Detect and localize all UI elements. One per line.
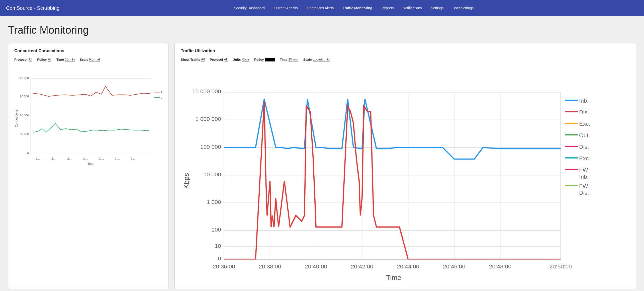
svg-text:20:42:00: 20:42:00 xyxy=(351,263,373,270)
svg-text:10 000: 10 000 xyxy=(204,171,221,178)
svg-text:Dis.: Dis. xyxy=(579,189,589,196)
protocol-value[interactable]: All xyxy=(29,57,32,62)
nav-links: Security Dashboard Current Attacks Opera… xyxy=(69,6,638,10)
svg-text:Inb.: Inb. xyxy=(579,173,589,180)
tu-protocol-label: Protocol xyxy=(210,58,223,61)
policy-label: Policy xyxy=(37,58,47,61)
svg-text:0: 0 xyxy=(27,152,29,155)
svg-text:10 000 000: 10 000 000 xyxy=(192,88,221,95)
concurrent-connections-chart-area: .axis-text { font-size: 11px; fill: #666… xyxy=(14,66,162,166)
tu-scale-label: Scale xyxy=(303,58,312,61)
svg-text:20:44:00: 20:44:00 xyxy=(397,263,419,270)
nav-notifications[interactable]: Notifications xyxy=(398,6,426,10)
svg-text:1 000 000: 1 000 000 xyxy=(196,116,221,122)
tu-scale-value[interactable]: Logarithmic xyxy=(313,57,330,62)
svg-text:Exc.: Exc. xyxy=(579,120,590,127)
svg-text:Out.: Out. xyxy=(579,132,590,138)
tu-time-value[interactable]: 15 min xyxy=(288,57,298,62)
traffic-utilization-title: Traffic Utilization xyxy=(181,48,630,53)
traffic-utilization-chart-area: .tu-text { font-size: 10px; fill: #666; … xyxy=(181,66,630,285)
nav-security-dashboard[interactable]: Security Dashboard xyxy=(229,6,269,10)
concurrent-connections-filters: Protocol All Policy All Time 15 min Scal… xyxy=(14,57,162,62)
traffic-utilization-filters: Show Traffic All Protocol All Units Kbps… xyxy=(181,57,630,62)
svg-text:20:50:00: 20:50:00 xyxy=(549,263,572,270)
charts-row: Concurrent Connections Protocol All Poli… xyxy=(8,43,636,289)
svg-text:20:36:00: 20:36:00 xyxy=(213,263,235,270)
traffic-utilization-card: Traffic Utilization Show Traffic All Pro… xyxy=(174,43,636,289)
nav-traffic-monitoring[interactable]: Traffic Monitoring xyxy=(338,6,377,10)
nav-operations-alerts[interactable]: Operations Alerts xyxy=(302,6,338,10)
svg-text:Time: Time xyxy=(386,274,401,281)
nav-current-attacks[interactable]: Current Attacks xyxy=(269,6,302,10)
nav-user-settings[interactable]: User Settings xyxy=(448,6,478,10)
svg-text:10: 10 xyxy=(215,243,221,249)
tu-protocol-value[interactable]: All xyxy=(224,57,227,62)
page-content: Traffic Monitoring Concurrent Connection… xyxy=(0,16,644,291)
svg-text:100: 100 xyxy=(211,226,221,233)
svg-text:Inb.: Inb. xyxy=(579,97,589,104)
svg-text:TCP: TCP xyxy=(161,91,162,94)
nav-settings[interactable]: Settings xyxy=(426,6,448,10)
svg-text:FW: FW xyxy=(579,183,588,189)
show-traffic-value[interactable]: All xyxy=(201,57,205,62)
svg-text:UDP: UDP xyxy=(161,96,162,99)
svg-text:Exc.: Exc. xyxy=(579,155,590,162)
traffic-utilization-svg: .tu-text { font-size: 10px; fill: #666; … xyxy=(181,66,630,285)
time-label: Time xyxy=(56,58,64,61)
tu-policy-label: Policy xyxy=(254,58,264,61)
scale-label: Scale xyxy=(80,58,88,61)
concurrent-connections-card: Concurrent Connections Protocol All Poli… xyxy=(8,43,168,289)
svg-text:30 000: 30 000 xyxy=(20,132,29,135)
svg-text:2:...: 2:... xyxy=(131,157,135,160)
svg-text:90 000: 90 000 xyxy=(20,95,29,98)
svg-text:2:...: 2:... xyxy=(115,157,120,160)
svg-text:2:...: 2:... xyxy=(51,157,56,160)
svg-text:20:40:00: 20:40:00 xyxy=(305,263,327,270)
svg-text:1 000: 1 000 xyxy=(207,199,221,205)
page-title: Traffic Monitoring xyxy=(8,24,636,36)
svg-text:2:...: 2:... xyxy=(36,157,40,160)
svg-text:20:46:00: 20:46:00 xyxy=(443,263,465,270)
svg-text:Kbps: Kbps xyxy=(182,173,190,189)
navigation: ComSource - Scrubbing Security Dashboard… xyxy=(0,0,644,16)
svg-text:2:...: 2:... xyxy=(67,157,72,160)
time-value[interactable]: 15 min xyxy=(65,57,75,62)
concurrent-connections-svg: .axis-text { font-size: 11px; fill: #666… xyxy=(14,66,162,166)
units-label: Units xyxy=(233,58,241,61)
protocol-label: Protocol xyxy=(14,58,28,61)
nav-brand: ComSource - Scrubbing xyxy=(6,5,59,11)
svg-text:Connections: Connections xyxy=(15,110,18,127)
svg-text:Dis.: Dis. xyxy=(579,143,589,150)
svg-text:2:...: 2:... xyxy=(99,157,104,160)
svg-text:20:38:00: 20:38:00 xyxy=(259,263,281,270)
svg-text:60 000: 60 000 xyxy=(20,114,29,117)
svg-text:Dis.: Dis. xyxy=(579,109,589,115)
svg-text:2:...: 2:... xyxy=(83,157,88,160)
svg-text:0: 0 xyxy=(218,255,221,262)
show-traffic-label: Show Traffic xyxy=(181,58,200,61)
tu-time-label: Time xyxy=(280,58,287,61)
svg-text:Time: Time xyxy=(87,162,95,166)
svg-text:100 000: 100 000 xyxy=(200,143,221,150)
tu-policy-value[interactable] xyxy=(265,58,275,61)
policy-value[interactable]: All xyxy=(48,57,51,62)
svg-text:FW: FW xyxy=(579,166,588,173)
svg-text:120 000: 120 000 xyxy=(18,77,29,80)
svg-text:20:48:00: 20:48:00 xyxy=(489,263,511,270)
scale-value[interactable]: Normal xyxy=(89,57,100,62)
nav-reports[interactable]: Reports xyxy=(377,6,398,10)
units-value[interactable]: Kbps xyxy=(242,57,249,62)
concurrent-connections-title: Concurrent Connections xyxy=(14,48,162,53)
